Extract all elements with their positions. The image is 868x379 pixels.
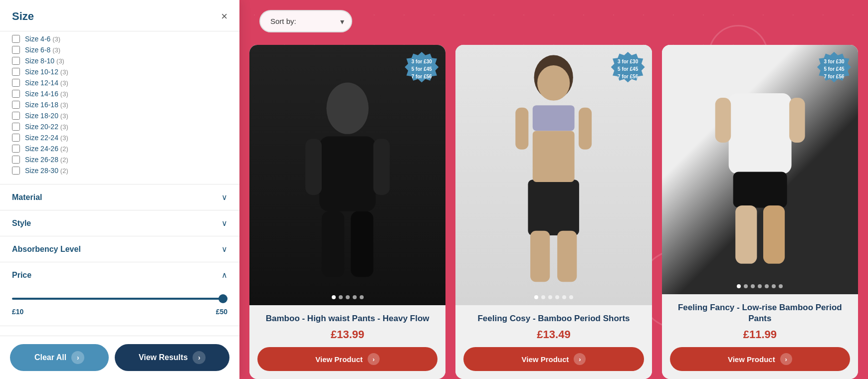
product-image-2: 3 for £30 5 for £45 7 for £56 bbox=[455, 45, 651, 305]
products-grid: 3 for £30 5 for £45 7 for £56 Bamboo - H… bbox=[239, 45, 868, 379]
size-checkbox-24-26[interactable] bbox=[12, 145, 20, 153]
clear-all-button[interactable]: Clear All › bbox=[10, 344, 109, 371]
size-checkbox-20-22[interactable] bbox=[12, 123, 20, 131]
svg-rect-4 bbox=[322, 211, 344, 277]
svg-rect-2 bbox=[305, 139, 322, 195]
size-checkbox-14-16[interactable] bbox=[12, 90, 20, 98]
badge-line-3: 7 for £56 bbox=[618, 73, 638, 80]
list-item[interactable]: Size 8-10 (3) bbox=[12, 55, 227, 66]
svg-rect-13 bbox=[516, 108, 529, 150]
dot-3[interactable] bbox=[548, 295, 552, 299]
list-item[interactable]: Size 6-8 (3) bbox=[12, 44, 227, 55]
view-product-label-2: View Product bbox=[522, 355, 569, 364]
style-header[interactable]: Style ∨ bbox=[0, 210, 239, 236]
dot-6[interactable] bbox=[772, 284, 776, 288]
dot-1[interactable] bbox=[737, 284, 741, 288]
dot-1[interactable] bbox=[534, 295, 538, 299]
dot-2[interactable] bbox=[744, 284, 748, 288]
dot-1[interactable] bbox=[332, 295, 336, 299]
dot-3[interactable] bbox=[346, 295, 350, 299]
badge-line-2: 5 for £45 bbox=[618, 65, 638, 73]
size-checkbox-26-28[interactable] bbox=[12, 156, 20, 164]
list-item[interactable]: Size 20-22 (3) bbox=[12, 121, 227, 132]
view-product-button-2[interactable]: View Product › bbox=[463, 347, 644, 371]
size-checkbox-8-10[interactable] bbox=[12, 57, 20, 65]
svg-rect-16 bbox=[715, 98, 730, 143]
product-silhouette-3-svg bbox=[662, 57, 858, 282]
price-header[interactable]: Price ∧ bbox=[0, 262, 239, 288]
material-header[interactable]: Material ∨ bbox=[0, 185, 239, 210]
style-section[interactable]: Style ∨ bbox=[0, 210, 239, 236]
list-item[interactable]: Size 22-24 (3) bbox=[12, 132, 227, 143]
size-checkbox-6-8[interactable] bbox=[12, 46, 20, 54]
list-item[interactable]: Size 24-26 (2) bbox=[12, 143, 227, 154]
dot-5[interactable] bbox=[360, 295, 364, 299]
product-photo-2 bbox=[455, 45, 651, 305]
price-slider[interactable] bbox=[12, 298, 227, 300]
dot-2[interactable] bbox=[339, 295, 343, 299]
clear-all-label: Clear All bbox=[34, 353, 66, 362]
filter-header: Size × bbox=[0, 0, 239, 31]
clear-all-arrow-icon: › bbox=[71, 351, 84, 364]
material-section[interactable]: Material ∨ bbox=[0, 185, 239, 210]
list-item[interactable]: Size 16-18 (3) bbox=[12, 99, 227, 110]
absorbency-header[interactable]: Absorbency Level ∨ bbox=[0, 236, 239, 262]
view-product-button-1[interactable]: View Product › bbox=[257, 347, 437, 371]
svg-point-7 bbox=[537, 65, 570, 101]
product-price-1: £13.99 bbox=[257, 328, 437, 341]
list-item[interactable]: Size 18-20 (3) bbox=[12, 110, 227, 121]
dot-5[interactable] bbox=[765, 284, 769, 288]
dot-6[interactable] bbox=[569, 295, 573, 299]
list-item[interactable]: Size 4-6 (3) bbox=[12, 33, 227, 44]
dot-3[interactable] bbox=[751, 284, 755, 288]
list-item[interactable]: Size 26-28 (2) bbox=[12, 154, 227, 165]
view-results-label: View Results bbox=[139, 353, 188, 362]
close-button[interactable]: × bbox=[221, 11, 227, 22]
list-item[interactable]: Size 28-30 (2) bbox=[12, 165, 227, 176]
absorbency-chevron-icon: ∨ bbox=[221, 244, 227, 254]
dot-4[interactable] bbox=[758, 284, 762, 288]
view-results-button[interactable]: View Results › bbox=[115, 344, 229, 371]
main-content: Sort by: Price: Low to High Price: High … bbox=[239, 0, 868, 379]
sort-select[interactable]: Sort by: Price: Low to High Price: High … bbox=[259, 10, 352, 32]
dot-4[interactable] bbox=[555, 295, 559, 299]
size-checkbox-12-14[interactable] bbox=[12, 79, 20, 87]
badge-line-1: 3 for £30 bbox=[618, 58, 638, 65]
list-item[interactable]: Size 12-14 (3) bbox=[12, 77, 227, 88]
svg-rect-8 bbox=[533, 105, 575, 131]
dot-2[interactable] bbox=[541, 295, 545, 299]
product-carousel-dots-1 bbox=[332, 295, 364, 299]
dot-4[interactable] bbox=[353, 295, 357, 299]
svg-rect-19 bbox=[735, 205, 757, 264]
price-title: Price bbox=[12, 271, 31, 280]
product-silhouette-2-svg bbox=[455, 45, 651, 305]
list-item[interactable]: Size 14-16 (3) bbox=[12, 88, 227, 99]
badge-line-3: 7 for £56 bbox=[412, 73, 432, 80]
filter-sidebar: Size × Size 4-6 (3) Size 6-8 (3) Size 8-… bbox=[0, 0, 239, 379]
list-item[interactable]: Size 10-12 (3) bbox=[12, 66, 227, 77]
price-chevron-icon: ∧ bbox=[221, 270, 227, 280]
size-checkbox-28-30[interactable] bbox=[12, 167, 20, 175]
absorbency-title: Absorbency Level bbox=[12, 245, 81, 254]
svg-rect-1 bbox=[319, 137, 376, 211]
size-checkbox-16-18[interactable] bbox=[12, 101, 20, 109]
view-product-button-3[interactable]: View Product › bbox=[670, 347, 850, 371]
svg-rect-9 bbox=[528, 180, 580, 235]
product-name-3: Feeling Fancy - Low-rise Bamboo Period P… bbox=[670, 302, 850, 324]
size-label-14-16: Size 14-16 (3) bbox=[25, 90, 68, 98]
view-product-arrow-icon-2: › bbox=[574, 353, 586, 365]
size-checkbox-4-6[interactable] bbox=[12, 35, 20, 43]
price-slider-container bbox=[12, 294, 227, 304]
size-checkbox-22-24[interactable] bbox=[12, 134, 20, 142]
absorbency-section[interactable]: Absorbency Level ∨ bbox=[0, 236, 239, 262]
size-label-26-28: Size 26-28 (2) bbox=[25, 156, 68, 164]
badge-line-2: 5 for £45 bbox=[824, 65, 844, 73]
dot-5[interactable] bbox=[562, 295, 566, 299]
product-image-1: 3 for £30 5 for £45 7 for £56 bbox=[249, 45, 445, 305]
view-product-arrow-icon-1: › bbox=[368, 353, 380, 365]
dot-7[interactable] bbox=[779, 284, 783, 288]
size-checkbox-18-20[interactable] bbox=[12, 112, 20, 120]
filter-footer: Clear All › View Results › bbox=[0, 336, 239, 379]
size-checkbox-10-12[interactable] bbox=[12, 68, 20, 76]
svg-rect-17 bbox=[789, 98, 805, 143]
